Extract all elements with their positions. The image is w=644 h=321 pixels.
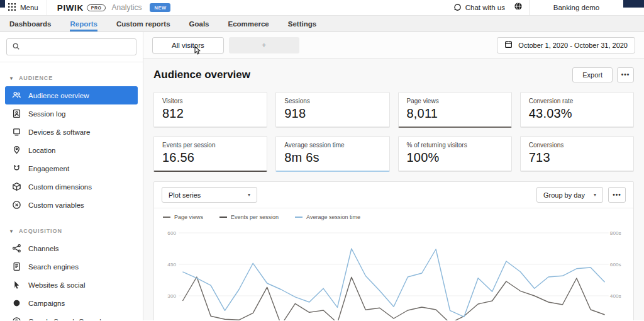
sidebar-search[interactable] — [6, 38, 136, 55]
chevron-down-icon: ▾ — [10, 76, 13, 81]
tab-custom-reports[interactable]: Custom reports — [116, 16, 170, 31]
sidebar-item-custom-variables[interactable]: Custom variables — [5, 196, 138, 214]
legend-label: Page views — [174, 214, 203, 220]
content: ▾AUDIENCEAudience overviewSession logDev… — [0, 32, 644, 320]
filter-bar: All visitors + October 1, 2020 - October… — [143, 32, 644, 59]
brand-name: PIWIK — [57, 3, 84, 13]
page-scroll[interactable]: Audience overview Export ••• Visitors 81… — [143, 59, 644, 320]
right-axis-tick: 800s — [610, 230, 621, 236]
grid-menu-icon — [8, 3, 16, 12]
sidebar-item-engagement[interactable]: Engagement — [5, 159, 138, 177]
series-line-page-views[interactable] — [182, 277, 604, 320]
sidebar-item-campaigns[interactable]: Campaigns — [5, 294, 138, 312]
main-nav: DashboardsReportsCustom reportsGoalsEcom… — [0, 16, 644, 32]
chart-more-button[interactable]: ••• — [608, 187, 626, 203]
language-button[interactable] — [514, 2, 523, 13]
sidebar-item-location[interactable]: Location — [5, 141, 138, 159]
piwik-pro-logo: PIWIK PRO Analytics NEW — [57, 3, 171, 13]
stat-value: 100% — [407, 150, 503, 165]
page-more-button[interactable]: ••• — [617, 67, 634, 82]
sidebar-item-label: Websites & social — [28, 281, 86, 289]
segment-all-visitors-button[interactable]: All visitors — [152, 37, 224, 54]
group-by-select[interactable]: Group by day ▾ — [536, 187, 603, 203]
sidebar-item-label: Campaigns — [28, 300, 65, 307]
stats-grid: Visitors 812Sessions 918Page views 8,011… — [153, 92, 634, 172]
websites-social-icon — [11, 280, 21, 290]
account-switcher[interactable]: Banking demo — [529, 0, 623, 15]
legend-swatch — [295, 217, 303, 218]
chat-label: Chat with us — [465, 4, 505, 11]
legend-item-average-session-time[interactable]: Average session time — [295, 214, 360, 220]
stat-card-events-per-session[interactable]: Events per session 16.56 — [153, 136, 267, 172]
stat-card-sessions[interactable]: Sessions 918 — [275, 92, 389, 128]
sidebar-item-audience-overview[interactable]: Audience overview — [5, 86, 138, 104]
stat-value: 812 — [162, 106, 258, 121]
stat-value: 8,011 — [407, 106, 503, 121]
stat-card-average-session-time[interactable]: Average session time 8m 6s — [275, 136, 389, 172]
legend-label: Events per session — [231, 214, 279, 220]
session-log-icon — [11, 109, 21, 119]
people-icon — [11, 91, 21, 101]
window-corner-decoration — [623, 0, 644, 8]
chart-legend: Page views Events per session Average se… — [154, 208, 633, 222]
stat-card-page-views[interactable]: Page views 8,011 — [398, 92, 512, 128]
stat-card-visitors[interactable]: Visitors 812 — [153, 92, 267, 128]
sidebar-item-custom-dimensions[interactable]: Custom dimensions — [5, 177, 138, 196]
legend-item-page-views[interactable]: Page views — [163, 214, 203, 220]
legend-item-events-per-session[interactable]: Events per session — [219, 214, 279, 220]
stat-label: % of returning visitors — [407, 142, 503, 149]
stat-card-conversion-rate[interactable]: Conversion rate 43.03% — [520, 92, 634, 128]
search-input[interactable] — [24, 43, 131, 51]
account-name: Banking demo — [553, 4, 600, 11]
tab-reports[interactable]: Reports — [70, 16, 97, 31]
top-bar: Menu PIWIK PRO Analytics NEW Chat with u… — [0, 0, 644, 16]
search-engines-icon — [11, 262, 21, 272]
chart-card: Plot series ▾ Group by day ▾ ••• Page vi… — [153, 181, 634, 320]
new-badge: NEW — [150, 3, 170, 12]
stat-card--of-returning-visitors[interactable]: % of returning visitors 100% — [398, 136, 512, 172]
sidebar-item-channels[interactable]: Channels — [5, 239, 138, 257]
stat-value: 713 — [529, 150, 625, 165]
sidebar: ▾AUDIENCEAudience overviewSession logDev… — [0, 32, 143, 320]
add-segment-button[interactable]: + — [229, 37, 299, 54]
left-axis-tick: 600 — [167, 230, 176, 236]
menu-button[interactable]: Menu — [0, 0, 47, 15]
channels-icon — [11, 244, 21, 254]
chat-with-us-button[interactable]: Chat with us — [453, 3, 505, 13]
date-range-picker[interactable]: October 1, 2020 - October 31, 2020 — [497, 37, 635, 54]
sidebar-item-google-search-console[interactable]: Google Search Console — [5, 312, 138, 320]
export-button[interactable]: Export — [572, 67, 613, 82]
sidebar-nav: ▾AUDIENCEAudience overviewSession logDev… — [0, 62, 143, 320]
date-range-label: October 1, 2020 - October 31, 2020 — [518, 42, 628, 49]
menu-label: Menu — [20, 4, 38, 11]
tab-ecommerce[interactable]: Ecommerce — [228, 16, 269, 31]
brand-product-label: Analytics — [111, 3, 142, 12]
plot-series-select[interactable]: Plot series ▾ — [162, 187, 257, 203]
stat-label: Events per session — [162, 142, 258, 149]
sidebar-item-label: Search engines — [28, 263, 79, 271]
chevron-down-icon: ▾ — [248, 192, 250, 198]
sidebar-item-search-engines[interactable]: Search engines — [5, 257, 138, 276]
sidebar-item-label: Custom dimensions — [28, 183, 92, 191]
sidebar-section-audience[interactable]: ▾AUDIENCE — [0, 70, 143, 86]
chart-header: Plot series ▾ Group by day ▾ ••• — [154, 182, 633, 208]
sidebar-item-label: Google Search Console — [28, 318, 105, 321]
tab-dashboards[interactable]: Dashboards — [9, 16, 51, 31]
custom-dimensions-icon — [11, 182, 21, 192]
stat-label: Page views — [407, 98, 503, 104]
topbar-right: Chat with us Banking demo — [453, 0, 644, 15]
google-search-console-icon — [11, 317, 21, 321]
stat-card-conversions[interactable]: Conversions 713 — [520, 136, 634, 172]
section-label: AUDIENCE — [19, 75, 53, 81]
right-axis-tick: 600s — [610, 262, 621, 268]
engagement-icon — [11, 164, 21, 174]
sidebar-item-devices-software[interactable]: Devices & software — [5, 123, 138, 141]
sidebar-item-session-log[interactable]: Session log — [5, 104, 138, 123]
chat-icon — [453, 3, 462, 13]
line-chart[interactable]: 600800s450600s300400s — [154, 222, 633, 320]
series-line-average-session-time[interactable] — [182, 249, 604, 317]
tab-goals[interactable]: Goals — [189, 16, 209, 31]
tab-settings[interactable]: Settings — [288, 16, 316, 31]
sidebar-section-acquisition[interactable]: ▾ACQUISITION — [0, 223, 143, 239]
sidebar-item-websites-social[interactable]: Websites & social — [5, 276, 138, 294]
